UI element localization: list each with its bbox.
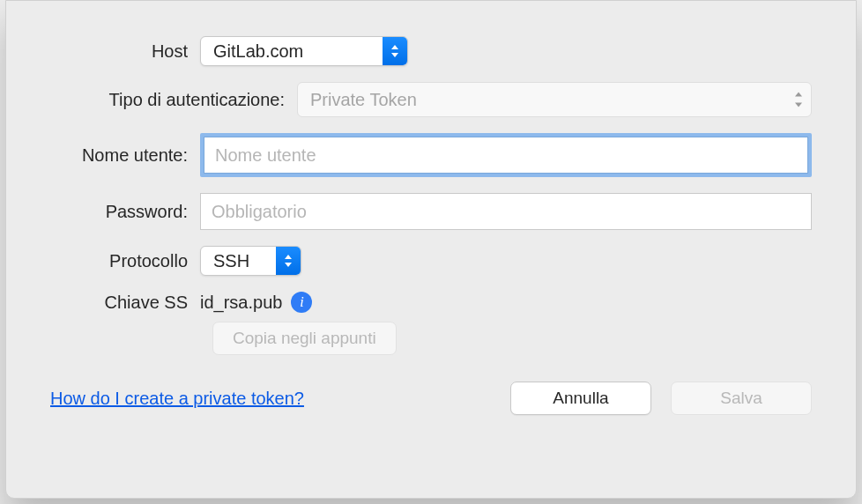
row-protocol: Protocollo SSH — [50, 246, 812, 276]
chevron-down-icon — [391, 53, 398, 57]
label-protocol: Protocollo — [50, 251, 200, 271]
label-username: Nome utente: — [50, 145, 200, 166]
row-host: Host GitLab.com — [50, 36, 812, 66]
cancel-button[interactable]: Annulla — [510, 382, 651, 415]
row-ssh-key: Chiave SS id_rsa.pub i — [50, 292, 812, 313]
auth-dialog: Host GitLab.com Tipo di autenticazione: … — [5, 0, 857, 499]
help-link[interactable]: How do I create a private token? — [50, 389, 304, 409]
row-auth-type: Tipo di autenticazione: Private Token — [50, 82, 812, 117]
control-host: GitLab.com — [200, 36, 812, 66]
password-field[interactable] — [200, 193, 812, 230]
dialog-footer: How do I create a private token? Annulla… — [50, 382, 812, 415]
auth-type-select[interactable]: Private Token — [297, 82, 812, 117]
username-field[interactable] — [204, 137, 808, 174]
save-button[interactable]: Salva — [671, 382, 812, 415]
chevron-down-icon — [795, 103, 802, 107]
username-focus-ring — [200, 133, 812, 177]
label-ssh-key: Chiave SS — [50, 293, 200, 313]
chevron-down-icon — [285, 263, 292, 267]
label-password: Password: — [50, 202, 200, 222]
row-copy: Copia negli appunti — [50, 322, 812, 355]
row-password: Password: — [50, 193, 812, 230]
protocol-select[interactable]: SSH — [200, 246, 301, 276]
copy-to-clipboard-button[interactable]: Copia negli appunti — [212, 322, 397, 355]
updown-icon — [383, 37, 407, 65]
chevron-up-icon — [391, 45, 398, 49]
auth-type-value: Private Token — [310, 90, 417, 110]
label-host: Host — [50, 41, 200, 62]
chevron-up-icon — [285, 255, 292, 259]
chevron-up-icon — [795, 93, 802, 97]
info-icon[interactable]: i — [291, 292, 312, 313]
row-username: Nome utente: — [50, 133, 812, 177]
host-select[interactable]: GitLab.com — [200, 36, 408, 66]
updown-icon — [795, 93, 802, 107]
host-select-value: GitLab.com — [213, 41, 383, 62]
label-auth-type: Tipo di autenticazione: — [50, 90, 297, 110]
updown-icon — [276, 247, 301, 275]
ssh-key-value: id_rsa.pub — [200, 293, 282, 313]
footer-buttons: Annulla Salva — [510, 382, 812, 415]
protocol-select-value: SSH — [213, 251, 276, 271]
